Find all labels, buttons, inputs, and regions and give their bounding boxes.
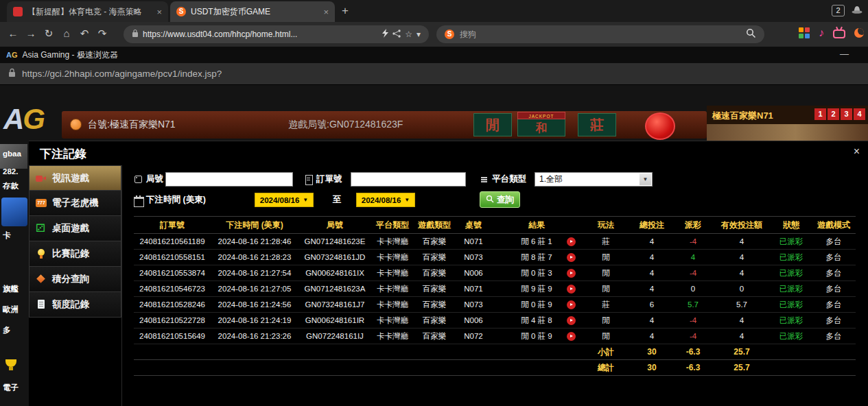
replay-video-icon[interactable] [567, 316, 576, 325]
search-bar[interactable]: 搜狗 [436, 25, 764, 43]
background-fragment: 歐洲 [3, 304, 19, 315]
close-icon[interactable]: × [854, 145, 860, 158]
inner-address-bar[interactable]: https://gci.2hhapi.com/agingame/pcv1/ind… [0, 63, 868, 85]
bet-button-player[interactable]: 閒 [473, 113, 512, 136]
bookmark-star-icon[interactable]: ☆ [405, 29, 412, 39]
result-text: 閒 9 莊 9 [521, 284, 552, 294]
cell-time: 2024-08-16 21:28:46 [211, 237, 298, 246]
cell-order: 240816210558151 [134, 253, 211, 261]
cell-time: 2024-08-16 21:28:23 [211, 253, 298, 261]
replay-video-icon[interactable] [567, 332, 576, 341]
summary-payout: -6.3 [673, 363, 713, 372]
query-button[interactable]: 查詢 [480, 191, 520, 208]
roadmap-number[interactable]: 2 [828, 108, 839, 120]
cell-platform: 卡卡灣廳 [371, 252, 414, 263]
cell-mode: 多台 [812, 284, 856, 294]
background-fragment: gbaa [3, 150, 21, 158]
round-input[interactable] [165, 172, 293, 187]
redo-button[interactable]: ↷ [95, 27, 110, 40]
browser-window: 【新提醒】体育电竞 - 海燕策略 × USDT加密货币GAME × + 2 ← … [0, 0, 868, 406]
table-row[interactable]: 2408162105538742024-08-16 21:27:54GN0062… [134, 265, 856, 281]
download-badge[interactable]: 2 [832, 5, 845, 16]
cell-valid: 4 [713, 316, 771, 324]
cards-image [1, 198, 27, 226]
table-row[interactable]: 2408162105156492024-08-16 21:23:26GN0722… [134, 329, 856, 344]
chevron-down-icon: ▼ [404, 197, 410, 203]
search-icon [486, 195, 494, 205]
refresh-button[interactable]: ↻ [41, 27, 56, 40]
date-to-button[interactable]: 2024/08/16▼ [356, 193, 415, 207]
cell-payout: 4 [673, 253, 713, 261]
minimize-button[interactable]: — [840, 49, 849, 59]
replay-video-icon[interactable] [567, 237, 576, 246]
night-mode-icon[interactable] [854, 28, 864, 38]
new-tab-button[interactable]: + [342, 4, 349, 18]
table-row[interactable]: 2408162105467232024-08-16 21:27:05GN0712… [134, 281, 856, 297]
bet-timer-button[interactable] [645, 112, 675, 140]
table-row[interactable]: 2408162105611892024-08-16 21:28:46GN0712… [134, 234, 856, 250]
cell-order: 240816210522728 [134, 316, 211, 324]
cell-bet: 4 [631, 332, 673, 340]
cell-table_no: N073 [455, 300, 492, 309]
sidebar-item-label: 桌面遊戲 [52, 222, 89, 235]
cell-status: 已派彩 [771, 268, 812, 278]
table-row[interactable]: 2408162105581512024-08-16 21:28:23GN0732… [134, 250, 856, 265]
cell-valid: 5.7 [713, 300, 771, 309]
roadmap-number[interactable]: 3 [841, 108, 852, 120]
platform-select[interactable]: 1.全部 ▼ [535, 172, 653, 187]
sidebar-item-label: 額度記錄 [52, 298, 89, 311]
table-row[interactable]: 2408162105227282024-08-16 21:24:19GN0062… [134, 313, 856, 329]
address-bar[interactable]: https://www.usdt04.com/hhcp/home.html...… [124, 25, 429, 43]
summary-bet: 30 [631, 347, 673, 357]
browser-tab-usdt-game[interactable]: USDT加密货币GAME × [170, 1, 335, 22]
roadmap-number[interactable]: 4 [854, 108, 865, 120]
close-tab-icon[interactable]: × [323, 7, 329, 17]
apps-grid-icon[interactable] [799, 27, 810, 38]
sidebar-item-比賽記錄[interactable]: 比賽記錄 [29, 241, 121, 267]
video-camera-icon [36, 173, 47, 184]
summary-row: 小計30-6.325.7 [134, 344, 856, 360]
cell-platform: 卡卡灣廳 [371, 237, 414, 247]
hat-icon[interactable] [852, 4, 863, 16]
tv-icon[interactable] [833, 29, 845, 38]
replay-video-icon[interactable] [567, 300, 576, 309]
search-icon[interactable] [746, 28, 756, 40]
bet-button-tie[interactable]: JACKPOT 和 [517, 112, 565, 136]
sidebar-item-額度記錄[interactable]: 額度記錄 [29, 292, 121, 318]
replay-video-icon[interactable] [567, 269, 576, 278]
replay-video-icon[interactable] [567, 285, 576, 294]
platform-filter-label: 平台類型 [480, 174, 526, 185]
share-icon[interactable] [392, 29, 401, 40]
cell-platform: 卡卡灣廳 [371, 300, 414, 310]
cell-order: 240816210553874 [134, 269, 211, 277]
replay-video-icon[interactable] [567, 253, 576, 262]
chevron-down-icon[interactable]: ▾ [417, 29, 421, 39]
lightning-icon[interactable] [382, 29, 388, 40]
date-from-button[interactable]: 2024/08/16▼ [255, 193, 314, 207]
result-text: 閒 4 莊 8 [521, 315, 552, 326]
chevron-down-icon: ▼ [303, 197, 308, 203]
cell-bet: 4 [631, 269, 673, 277]
result-text: 閒 6 莊 1 [521, 237, 552, 247]
bet-button-banker[interactable]: 莊 [578, 113, 616, 136]
order-input[interactable] [351, 172, 466, 187]
table-header-row: 訂單號下注時間 (美東)局號平台類型遊戲類型桌號結果玩法總投注派彩有效投注額狀態… [134, 216, 856, 234]
roadmap-number[interactable]: 1 [814, 108, 826, 120]
music-icon[interactable]: ♪ [819, 27, 824, 39]
cell-status: 已派彩 [771, 331, 812, 342]
sidebar-item-積分查詢[interactable]: 積分查詢 [29, 267, 121, 292]
summary-bet: 30 [631, 363, 673, 372]
browser-tab-sports[interactable]: 【新提醒】体育电竞 - 海燕策略 × [7, 1, 168, 22]
sidebar-item-電子老虎機[interactable]: 電子老虎機 [29, 191, 121, 216]
table-row[interactable]: 2408162105282462024-08-16 21:24:56GN0732… [134, 297, 856, 313]
cell-play: 閒 [581, 284, 631, 294]
home-button[interactable]: ⌂ [59, 27, 74, 39]
close-tab-icon[interactable]: × [156, 7, 162, 17]
background-fragment: 電子 [3, 383, 19, 393]
sidebar-item-桌面遊戲[interactable]: 桌面遊戲 [29, 216, 121, 241]
game-header-bar: 台號:極速百家樂N71 遊戲局號:GN0712481623F 閒 JACKPOT… [62, 111, 707, 139]
sidebar-item-視訊遊戲[interactable]: 視訊遊戲 [29, 165, 121, 191]
list-icon [480, 175, 489, 184]
undo-button[interactable]: ↶ [77, 27, 92, 40]
cell-table_no: N072 [455, 332, 492, 340]
